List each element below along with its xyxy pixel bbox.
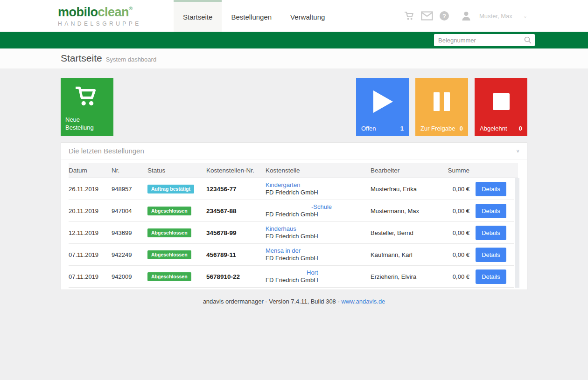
row-kostenstellen-nr: 5678910-22 (206, 273, 266, 280)
table-row: 12.11.2019 943699 Abgeschlossen 345678-9… (69, 222, 514, 244)
row-datum: 07.11.2019 (69, 251, 112, 258)
abgelehnt-label: Abgelehnt (480, 125, 507, 132)
zur-freigabe-count: 0 (460, 125, 463, 132)
col-status: Status (147, 167, 206, 174)
registered-mark: ® (129, 6, 133, 11)
row-bearbeiter: Musterfrau, Erika (371, 186, 447, 193)
tab-label: Startseite (183, 13, 212, 21)
tab-startseite[interactable]: Startseite (174, 0, 222, 32)
panel-header[interactable]: Die letzten Bestellungen ˅ (61, 143, 527, 159)
zur-freigabe-tile[interactable]: Zur Freigabe 0 (415, 78, 468, 136)
status-tiles: Offen 1 Zur Freigabe 0 (356, 78, 527, 136)
breadcrumb-bar: Startseite System dashboard (0, 48, 588, 69)
row-datum: 20.11.2019 (69, 207, 112, 214)
chevron-down-icon[interactable]: ˅ (517, 148, 519, 154)
offen-count: 1 (400, 125, 404, 132)
row-summe: 0,00 € (447, 207, 476, 214)
col-nr: Nr. (112, 167, 147, 174)
col-kostenstelle: Kostenstelle (266, 167, 371, 174)
page-title: Startseite (61, 53, 102, 64)
search-input[interactable] (434, 34, 535, 46)
kostenstelle-link[interactable]: -Schule (311, 203, 332, 211)
breadcrumb: Startseite System dashboard (61, 48, 527, 64)
table-row: 26.11.2019 948957 Auftrag bestätigt 1234… (69, 178, 514, 200)
page-subtitle: System dashboard (106, 56, 156, 63)
row-nr: 942249 (112, 251, 147, 258)
tab-label: Bestellungen (231, 13, 272, 21)
zur-freigabe-label: Zur Freigabe (420, 125, 455, 132)
row-kostenstellen-nr: 456789-11 (206, 251, 266, 258)
offen-tile[interactable]: Offen 1 (356, 78, 409, 136)
new-order-label: Neue Bestellung (61, 116, 113, 136)
details-button[interactable]: Details (476, 226, 506, 240)
row-bearbeiter: Kaufmann, Karl (371, 251, 447, 258)
mail-icon[interactable] (421, 11, 433, 21)
row-nr: 943699 (112, 229, 147, 236)
table-row: 20.11.2019 947004 Abgeschlossen 234567-8… (69, 200, 514, 222)
kostenstelle-link[interactable]: Mensa in der (266, 247, 301, 255)
table-header-row: Datum Nr. Status Kostenstellen-Nr. Koste… (69, 163, 518, 178)
row-datum: 12.11.2019 (69, 229, 112, 236)
col-bearbeiter: Bearbeiter (371, 167, 447, 174)
status-badge: Auftrag bestätigt (147, 185, 194, 193)
main-nav: Startseite Bestellungen Verwaltung (174, 0, 334, 32)
row-datum: 26.11.2019 (69, 186, 112, 193)
help-icon[interactable]: ? (439, 11, 449, 21)
col-kostenstellen-nr: Kostenstellen-Nr. (206, 167, 266, 174)
row-bearbeiter: Erzieherin, Elvira (371, 273, 447, 280)
status-badge: Abgeschlossen (147, 228, 191, 237)
table-scrollbar[interactable] (515, 178, 519, 288)
andavis-link[interactable]: www.andavis.de (341, 298, 385, 305)
row-nr: 948957 (112, 186, 147, 193)
kostenstelle-link[interactable]: Kindergarten (266, 181, 300, 189)
cart-icon[interactable] (404, 11, 415, 21)
tab-bestellungen[interactable]: Bestellungen (222, 0, 281, 32)
status-badge: Abgeschlossen (147, 207, 191, 215)
user-menu[interactable]: Muster, Max (479, 13, 512, 20)
chevron-down-icon[interactable]: ⌄ (523, 13, 527, 19)
row-kostenstellen-nr: 123456-77 (206, 186, 266, 193)
kostenstelle-company: FD Friedrich GmbH (266, 211, 371, 218)
user-icon[interactable] (461, 11, 471, 21)
new-order-tile[interactable]: Neue Bestellung (61, 78, 113, 136)
row-datum: 07.11.2019 (69, 273, 112, 280)
svg-text:?: ? (442, 13, 446, 20)
row-kostenstellen-nr: 345678-99 (206, 229, 266, 236)
kostenstelle-company: FD Friedrich GmbH (266, 255, 371, 262)
row-nr: 942009 (112, 273, 147, 280)
kostenstelle-link[interactable]: Hort (307, 269, 318, 276)
recent-orders-panel: Die letzten Bestellungen ˅ Datum Nr. Sta… (61, 142, 527, 290)
header-actions: ? Muster, Max ⌄ (404, 0, 527, 32)
row-nr: 947004 (112, 207, 147, 214)
panel-title: Die letzten Bestellungen (69, 147, 144, 155)
app-window: mobiloclean® HANDELSGRUPPE Startseite Be… (0, 0, 588, 380)
tab-verwaltung[interactable]: Verwaltung (281, 0, 334, 32)
pause-icon (434, 92, 450, 111)
table-body: 26.11.2019 948957 Auftrag bestätigt 1234… (69, 178, 519, 288)
details-button[interactable]: Details (476, 248, 506, 262)
row-summe: 0,00 € (447, 273, 476, 280)
tab-label: Verwaltung (290, 13, 325, 21)
search-box (434, 34, 535, 46)
abgelehnt-tile[interactable]: Abgelehnt 0 (475, 78, 527, 136)
row-summe: 0,00 € (447, 229, 476, 236)
row-bearbeiter: Besteller, Bernd (371, 229, 447, 236)
brand-logo[interactable]: mobiloclean® HANDELSGRUPPE (58, 6, 141, 27)
row-summe: 0,00 € (447, 186, 476, 193)
brand-subtitle: HANDELSGRUPPE (58, 21, 141, 27)
table-row: 07.11.2019 942249 Abgeschlossen 456789-1… (69, 244, 514, 266)
details-button[interactable]: Details (476, 204, 506, 218)
status-badge: Abgeschlossen (147, 250, 191, 259)
row-bearbeiter: Mustermann, Max (371, 207, 447, 214)
row-summe: 0,00 € (447, 251, 476, 258)
kostenstelle-company: FD Friedrich GmbH (266, 276, 371, 284)
details-button[interactable]: Details (476, 182, 506, 196)
abgelehnt-count: 0 (519, 125, 522, 132)
cart-icon (74, 85, 101, 108)
kostenstelle-link[interactable]: Kinderhaus (266, 225, 296, 233)
play-icon (371, 89, 394, 115)
col-datum: Datum (69, 167, 112, 174)
search-icon[interactable] (524, 36, 532, 44)
col-summe: Summe (447, 167, 476, 174)
details-button[interactable]: Details (476, 269, 506, 284)
